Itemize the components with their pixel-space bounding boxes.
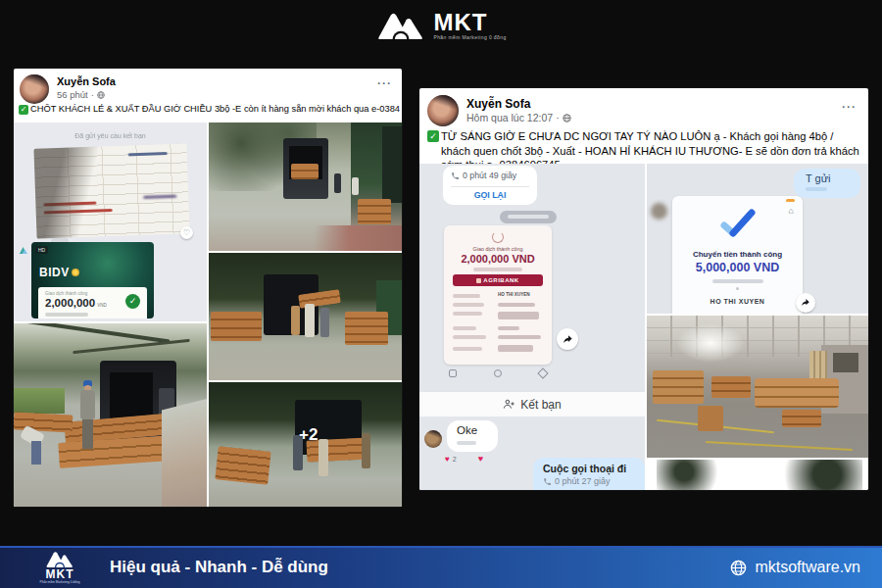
author-name[interactable]: Xuyễn Sofa [57,75,116,87]
row-label-blur [453,326,476,330]
tree-blob [657,460,725,490]
call-log-bubble[interactable]: 0 phút 49 giây GỌI LẠI [443,166,537,205]
transfer-date-blur [712,279,763,283]
heart-reaction-icon[interactable]: ♥ [478,454,483,464]
bidv-flower-icon [72,269,79,276]
bidv-logo-row: BIDV [39,266,79,279]
branch [73,339,190,355]
share-button[interactable] [796,293,815,313]
meta-dot: · [91,89,94,100]
bidv-logo-text: BIDV [39,266,70,279]
call-duration: 0 phút 49 giây [463,171,516,180]
home-icon[interactable]: ⌂ [789,206,794,216]
footer-logo-text: MKT [37,568,82,580]
action-icon[interactable] [449,369,457,377]
agribank-status: Giao dịch thành công [444,246,552,252]
spinner-circle [492,231,504,243]
chat-screenshot-receipt[interactable]: Đã gửi yêu cầu kết bạn ♡ HD BIDV [14,122,207,321]
person [362,433,370,468]
agribank-beneficiary: HO THI XUYEN [498,292,530,297]
row-label-blur [453,294,480,298]
meta-dot: · [556,112,560,123]
bidv-date-blur [45,313,88,317]
agribank-transaction-card[interactable]: Giao dịch thành công 2,000,000 VND AGRIB… [444,225,552,365]
phone-icon [451,172,460,180]
photo-more-plus2[interactable]: +2 [209,382,402,507]
sender-app-icon [19,246,27,255]
tiny-dot [736,287,739,290]
facebook-post-right: Xuyễn Sofa Hôm qua lúc 12:07 · ⋯ ✓ TỪ SÁ… [419,88,868,490]
friend-request-status: Đã gửi yêu cầu kết bạn [14,132,207,139]
post-time: Hôm qua lúc 12:07 [466,112,553,123]
row-label-blur [453,312,482,316]
avatar[interactable] [20,74,49,104]
small-table [698,406,723,431]
heart-reaction-icon[interactable]: ♥ [445,455,450,464]
receipt-photo[interactable] [33,143,189,238]
outgoing-call-bubble[interactable]: Cuộc gọi thoại đi 0 phút 27 giây [533,458,645,490]
chat-screenshot-transfer[interactable]: T gửi ⌂ Chuyển tiền thành công 5,000,000… [647,164,868,314]
photo-warehouse[interactable] [647,316,868,458]
orange-dash [786,199,795,202]
facebook-post-left: Xuyễn Sofa 56 phút · ⋯ ✓ CHỐT KHÁCH LẺ &… [14,69,402,507]
sent-bubble-text: T gửi [806,172,831,184]
globe-icon [563,114,571,122]
chat-action-icons [449,369,547,385]
share-button[interactable] [557,328,578,350]
photo-collage: 0 phút 49 giây GỌI LẠI Giao dịch thành c… [419,164,868,490]
bright-light [676,323,745,363]
mkt-logo-icon [43,550,76,568]
photo-trees-strip[interactable] [647,460,868,490]
post-meta: Hôm qua lúc 12:07 · [466,112,571,123]
cargo-box [291,164,318,179]
more-photos-overlay[interactable]: +2 [299,425,318,445]
brand-tagline: Phần mềm Marketing 0 đồng [433,34,506,40]
green-check-icon: ✓ [427,130,439,142]
message-bubble[interactable]: Oke [447,420,498,452]
photo-loading-truck[interactable] [209,253,402,380]
message-time-blur [457,441,476,445]
row-label-blur [453,347,482,351]
add-friend-bar[interactable]: Kết bạn [419,391,645,416]
photo-truck-furniture[interactable] [14,323,207,507]
green-check-icon: ✓ [19,105,28,115]
row-value-blur [498,312,539,319]
sent-bubble[interactable]: T gửi [794,169,860,198]
person [352,177,359,195]
call-back-button[interactable]: GỌI LẠI [443,190,537,200]
action-icon[interactable] [537,368,548,378]
heart-react-button[interactable]: ♡ [180,226,193,239]
footer-slogan: Hiệu quả - Nhanh - Dễ dùng [110,558,328,577]
brand-name: MKT [433,11,506,34]
author-name[interactable]: Xuyễn Sofa [466,97,530,111]
transaction-id-blur [473,268,522,271]
photo-street-truck[interactable] [209,122,402,251]
chat-screenshot-agribank[interactable]: 0 phút 49 giây GỌI LẠI Giao dịch thành c… [419,164,645,490]
post-menu-button[interactable]: ⋯ [841,98,857,116]
bidv-transaction-image[interactable]: HD BIDV Giao dịch thành công 2,000,000 V… [31,242,154,318]
paved-path [162,399,207,507]
transfer-beneficiary: HO THI XUYEN [672,298,803,305]
post-menu-button[interactable]: ⋯ [376,74,392,92]
furniture-long-sofa [755,378,839,408]
post-text-content: CHỐT KHÁCH LẺ & XUẤT ĐẦU GIỜ CHIỀU 3bộ -… [30,104,400,114]
outgoing-call-row: 0 phút 27 giây [543,476,611,486]
globe-icon [97,91,105,99]
call-duration-row: 0 phút 49 giây [451,171,516,180]
person [320,308,329,337]
globe-icon [730,560,747,576]
action-icon[interactable] [494,369,502,377]
row-value-blur [498,303,535,307]
sent-time-blur [806,187,827,191]
agribank-bar: AGRIBANK [453,274,543,286]
brand-header: MKT Phần mềm Marketing 0 đồng [0,6,882,45]
furniture-box-left [215,446,270,484]
footer-website-text[interactable]: mktsoftware.vn [755,559,860,576]
dark-doorway [382,126,402,203]
avatar[interactable] [427,95,459,126]
footer-website[interactable]: mktsoftware.vn [730,559,860,576]
transfer-success-card[interactable]: ⌂ Chuyển tiền thành công 5,000,000 VND H… [672,196,803,314]
phone-icon [543,477,552,486]
outgoing-call-title: Cuộc gọi thoại đi [543,463,626,474]
hd-badge: HD [35,246,48,254]
